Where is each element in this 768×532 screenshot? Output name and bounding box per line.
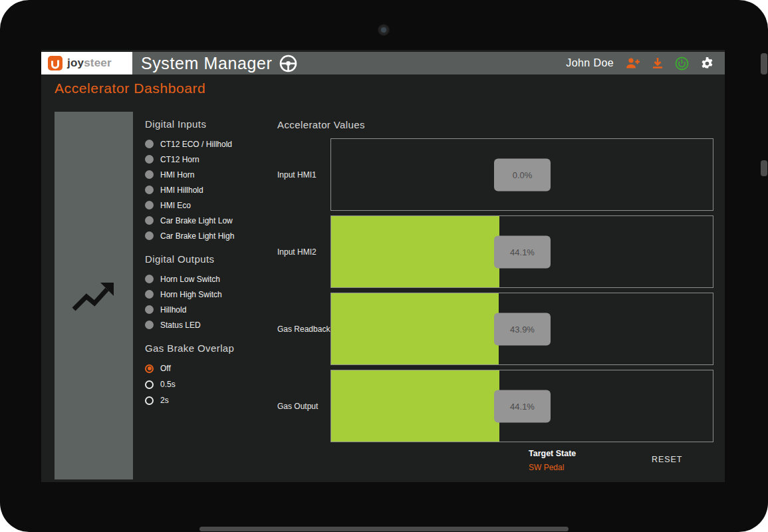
target-state-label: Target State <box>529 449 576 458</box>
digital-input-item: HMI Eco <box>145 198 278 213</box>
digital-output-led-indicator <box>145 290 154 299</box>
overlap-option[interactable]: 0.5s <box>145 376 278 392</box>
digital-output-led-indicator <box>145 275 154 283</box>
header-actions: John Doe <box>566 57 725 70</box>
joysteer-logo-icon <box>48 56 63 70</box>
digital-input-item: HMI Horn <box>145 167 278 182</box>
digital-input-label: Car Brake Light Low <box>160 216 233 225</box>
overlap-option-label: 0.5s <box>160 380 176 389</box>
accelerator-bar-row: Gas Readback43.9% <box>277 293 713 365</box>
bar-fill <box>331 293 499 364</box>
app-screen: joysteer System Manager John Doe <box>41 50 725 482</box>
logo-steer: steer <box>84 57 112 69</box>
user-name: John Doe <box>566 57 614 69</box>
radio-button-icon <box>145 396 154 405</box>
power-status-icon[interactable] <box>675 57 689 70</box>
digital-output-item: Horn Low Switch <box>145 271 278 287</box>
sidebar-nav-accelerator[interactable] <box>55 112 133 479</box>
digital-input-led-indicator <box>145 186 154 194</box>
digital-input-label: Car Brake Light High <box>160 231 234 241</box>
bar-value-badge: 43.9% <box>494 313 551 345</box>
digital-input-led-indicator <box>145 231 154 240</box>
joysteer-logo: joysteer <box>41 52 132 74</box>
digital-input-label: HMI Horn <box>160 170 194 180</box>
digital-output-item: Hillhold <box>145 302 278 317</box>
logo-joy: joy <box>67 57 84 69</box>
download-icon[interactable] <box>652 57 664 69</box>
radio-button-icon <box>145 380 154 389</box>
bar-label: Input HMI2 <box>277 215 330 288</box>
overlap-option[interactable]: Off <box>145 360 278 376</box>
tablet-dock-port <box>199 527 569 531</box>
digital-input-label: CT12 ECO / Hillhold <box>160 140 232 149</box>
bar-fill <box>331 216 499 287</box>
digital-outputs-heading: Digital Outputs <box>145 253 278 265</box>
front-camera <box>378 24 390 36</box>
left-panel: Digital Inputs CT12 ECO / HillholdCT12 H… <box>145 118 278 408</box>
digital-output-led-indicator <box>145 321 154 329</box>
joysteer-logo-text: joysteer <box>67 57 112 70</box>
digital-input-led-indicator <box>145 155 154 164</box>
bar-label: Gas Output <box>277 370 330 442</box>
accelerator-values-heading: Accelerator Values <box>277 119 365 130</box>
digital-input-item: CT12 ECO / Hillhold <box>145 136 278 152</box>
digital-output-led-indicator <box>145 305 154 314</box>
digital-input-item: HMI Hillhold <box>145 182 278 198</box>
app-title: System Manager <box>141 54 272 73</box>
bar-fill <box>331 370 499 442</box>
steering-wheel-icon <box>279 55 297 72</box>
camera-lens <box>381 27 386 33</box>
digital-input-label: HMI Eco <box>160 201 191 210</box>
bar-label: Gas Readback <box>277 293 330 365</box>
accelerator-bar-row: Gas Output44.1% <box>277 370 713 442</box>
bar-label: Input HMI1 <box>277 138 330 211</box>
bar-track: 44.1% <box>330 215 713 288</box>
bar-value-badge: 44.1% <box>494 235 551 268</box>
bar-track: 44.1% <box>330 370 713 442</box>
add-user-icon[interactable] <box>625 57 640 69</box>
digital-input-led-indicator <box>145 140 154 148</box>
accelerator-bar-row: Input HMI10.0% <box>277 138 713 211</box>
accelerator-bar-row: Input HMI244.1% <box>277 215 713 288</box>
digital-output-label: Horn High Switch <box>160 290 222 299</box>
trending-up-icon <box>70 277 118 315</box>
digital-output-item: Status LED <box>145 317 278 332</box>
tablet-power-button <box>761 53 767 74</box>
digital-inputs-heading: Digital Inputs <box>145 118 278 130</box>
digital-inputs-list: CT12 ECO / HillholdCT12 HornHMI HornHMI … <box>145 136 278 243</box>
settings-gear-icon[interactable] <box>700 57 714 70</box>
target-state-block: Target State SW Pedal <box>529 449 576 472</box>
radio-button-icon <box>145 364 154 373</box>
digital-input-label: CT12 Horn <box>160 155 199 164</box>
overlap-option-label: 2s <box>160 396 169 405</box>
digital-output-item: Horn High Switch <box>145 287 278 302</box>
bar-value-badge: 0.0% <box>494 158 551 191</box>
bar-track: 43.9% <box>330 293 713 365</box>
digital-output-label: Horn Low Switch <box>160 275 220 284</box>
accelerator-bars: Input HMI10.0%Input HMI244.1%Gas Readbac… <box>277 138 713 442</box>
digital-input-item: Car Brake Light Low <box>145 213 278 228</box>
page-title: Accelerator Dashboard <box>55 80 205 96</box>
gas-brake-overlap-options: Off0.5s2s <box>145 360 278 408</box>
overlap-option-label: Off <box>160 364 171 373</box>
digital-input-label: HMI Hillhold <box>160 186 203 195</box>
bar-value-badge: 44.1% <box>494 390 551 422</box>
digital-outputs-list: Horn Low SwitchHorn High SwitchHillholdS… <box>145 271 278 332</box>
target-state-value: SW Pedal <box>529 463 576 472</box>
tablet-volume-button <box>761 160 767 176</box>
gas-brake-overlap-heading: Gas Brake Overlap <box>145 342 278 354</box>
bar-track: 0.0% <box>330 138 713 211</box>
digital-output-label: Hillhold <box>160 305 186 315</box>
digital-input-led-indicator <box>145 170 154 179</box>
digital-input-led-indicator <box>145 201 154 209</box>
overlap-option[interactable]: 2s <box>145 392 278 408</box>
reset-button[interactable]: RESET <box>652 455 682 464</box>
digital-output-label: Status LED <box>160 321 201 330</box>
digital-input-item: Car Brake Light High <box>145 228 278 243</box>
app-header: joysteer System Manager John Doe <box>41 52 725 74</box>
digital-input-led-indicator <box>145 216 154 225</box>
digital-input-item: CT12 Horn <box>145 152 278 167</box>
tablet-frame: joysteer System Manager John Doe <box>0 0 768 532</box>
